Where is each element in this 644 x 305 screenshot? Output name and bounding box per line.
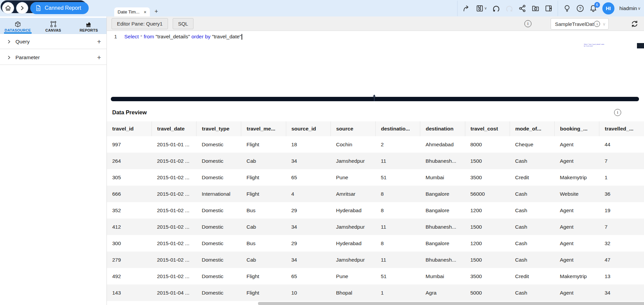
notifications-button[interactable]: 6	[589, 4, 597, 12]
save-button[interactable]: ∨	[476, 4, 487, 12]
help-icon: ?	[576, 4, 584, 12]
undo-icon	[492, 4, 500, 12]
editor-info-button[interactable]: i	[524, 20, 531, 27]
breadcrumb-expand-button[interactable]	[16, 2, 28, 14]
lightbulb-icon	[563, 4, 571, 12]
table-cell: Website	[555, 186, 599, 202]
column-header[interactable]: travel_date	[152, 121, 196, 136]
sql-editor[interactable]: 1 Select * from "travel_details" order b…	[107, 31, 644, 97]
add-parameter-button[interactable]: +	[97, 53, 101, 62]
table-cell: Bhubanesh...	[420, 219, 465, 235]
editor-pane-button[interactable]: Editor Pane: Query1	[112, 18, 168, 29]
editor-header: Editor Pane: Query1 SQL i SampleTravelDa…	[107, 16, 644, 31]
query-document-tab[interactable]: Date Tim... ×	[114, 7, 150, 16]
info-icon[interactable]: i	[594, 21, 600, 27]
table-cell: Cab	[241, 252, 286, 268]
tab-datasource[interactable]: DATASOURCE	[0, 18, 36, 34]
column-header[interactable]: destination	[420, 121, 465, 136]
toolbar-divider	[558, 1, 558, 16]
table-cell: Cash	[510, 186, 554, 202]
column-header[interactable]: source	[331, 121, 375, 136]
table-cell: Makemytrip	[555, 268, 599, 284]
table-cell: Agent	[555, 235, 599, 252]
table-cell: 8	[376, 202, 420, 219]
table-cell: Bus	[241, 235, 286, 252]
tab-reports[interactable]: REPORTS	[71, 18, 106, 34]
active-tab-underline	[4, 32, 32, 34]
datasource-select[interactable]: SampleTravelDat... i ∨	[551, 18, 609, 30]
table-row[interactable]: 3052015-01-02 ...DomesticFlight65Pune51M…	[107, 169, 644, 186]
export-button[interactable]	[463, 4, 471, 12]
column-header[interactable]: travel_type	[197, 121, 241, 136]
refresh-button[interactable]	[631, 20, 639, 29]
table-row[interactable]: 9972015-01-01 ...DomesticFlight18Cochin2…	[107, 136, 644, 153]
sidebar-section-query[interactable]: Query +	[0, 34, 106, 49]
table-cell: 264	[107, 153, 152, 169]
user-menu[interactable]: hiadmin ∨	[619, 5, 641, 11]
export-folder-button[interactable]	[531, 4, 540, 12]
table-cell: 2015-01-02 ...	[152, 153, 196, 169]
column-header[interactable]: travel_cost	[465, 121, 510, 136]
new-tab-button[interactable]: +	[155, 8, 158, 15]
table-row[interactable]: 3522015-01-02 ...DomesticBus29Hyderabad8…	[107, 202, 644, 219]
table-row[interactable]: 4922015-01-02 ...DomesticFlight65Pune51M…	[107, 268, 644, 284]
sidebar-tab-bar: DATASOURCE CANVAS REPORTS	[0, 18, 106, 34]
close-icon[interactable]: ×	[144, 9, 146, 15]
column-header[interactable]: travel_me...	[241, 121, 286, 136]
column-header[interactable]: mode_of...	[510, 121, 554, 136]
table-row[interactable]: 4122015-01-02 ...DomesticCab34Jamshedpur…	[107, 219, 644, 235]
table-cell: International	[197, 186, 241, 202]
table-cell: Bus	[241, 202, 286, 219]
sidebar-section-parameter[interactable]: Parameter +	[0, 50, 106, 65]
table-cell: Agent	[555, 202, 599, 219]
toolbar-divider	[457, 1, 458, 16]
table-cell: 34	[599, 284, 644, 301]
chevron-right-icon[interactable]	[7, 55, 11, 60]
table-cell: Agent	[555, 136, 599, 153]
table-row[interactable]: 3002015-01-02 ...DomesticBus29Hyderabad8…	[107, 235, 644, 252]
table-cell: 51	[376, 169, 420, 186]
editor-scrollbar[interactable]	[637, 43, 644, 48]
table-row[interactable]: 1432015-01-04 ...DomesticFlight10Bhopal1…	[107, 284, 644, 301]
table-cell: 11	[376, 252, 420, 268]
report-title-pill[interactable]: Canned Report	[30, 2, 89, 14]
share-icon	[518, 4, 526, 12]
share-button[interactable]	[518, 4, 526, 12]
panel-toggle-button[interactable]	[545, 4, 553, 12]
sql-token: from	[144, 34, 154, 39]
preview-info-button[interactable]: i	[614, 109, 621, 116]
table-cell: 1200	[465, 235, 510, 252]
table-cell: 7	[599, 219, 644, 235]
ideas-button[interactable]	[563, 4, 571, 12]
table-header-row: travel_idtravel_datetravel_typetravel_me…	[107, 121, 644, 136]
help-button[interactable]: ?	[576, 4, 584, 12]
table-cell: 2015-01-02 ...	[152, 202, 196, 219]
horizontal-scrollbar[interactable]	[258, 302, 644, 305]
table-cell: 2015-01-02 ...	[152, 186, 196, 202]
home-button[interactable]	[2, 2, 14, 14]
save-dropdown-chevron[interactable]: ∨	[484, 6, 487, 10]
table-row[interactable]: 6662015-01-02 ...InternationalFlight4Amr…	[107, 186, 644, 202]
datasource-selected-value: SampleTravelDat...	[555, 21, 594, 27]
table-cell: Flight	[241, 186, 286, 202]
column-header[interactable]: travelled_...	[599, 121, 644, 136]
column-header[interactable]: source_id	[286, 121, 331, 136]
add-query-button[interactable]: +	[97, 38, 101, 46]
table-cell: 2015-01-01 ...	[152, 136, 196, 153]
editor-minimap[interactable]: Select * from "travel_details" order by …	[584, 43, 605, 47]
column-header[interactable]: booking_...	[555, 121, 599, 136]
table-row[interactable]: 2642015-01-02 ...DomesticCab34Jamshedpur…	[107, 153, 644, 169]
table-cell: 5000	[465, 284, 510, 301]
column-header[interactable]: destinatio...	[376, 121, 420, 136]
tab-canvas[interactable]: CANVAS	[36, 18, 71, 34]
redo-button[interactable]	[505, 4, 513, 12]
table-cell: 666	[107, 186, 152, 202]
column-header[interactable]: travel_id	[107, 121, 152, 136]
undo-button[interactable]	[492, 4, 500, 12]
table-row[interactable]: 2792015-01-02 ...DomesticCab34Jamshedpur…	[107, 252, 644, 268]
chevron-right-icon[interactable]	[7, 39, 11, 44]
table-cell: 2015-01-02 ...	[152, 268, 196, 284]
sql-mode-button[interactable]: SQL	[173, 18, 194, 29]
user-avatar[interactable]: HI	[602, 2, 614, 14]
folder-capture-icon	[531, 4, 540, 12]
